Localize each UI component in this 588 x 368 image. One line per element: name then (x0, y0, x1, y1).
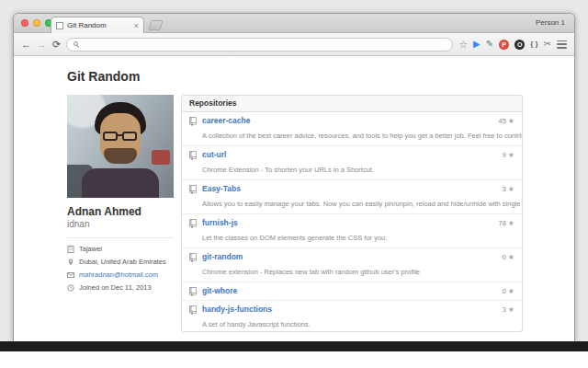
star-icon: ★ (508, 186, 514, 193)
browser-tab-bar: Git Random × Person 1 (14, 14, 574, 33)
repo-info: git-random Chrome extension - Replaces n… (202, 252, 497, 278)
profile-photo (67, 95, 174, 198)
search-icon (74, 41, 80, 48)
address-bar[interactable] (66, 38, 453, 52)
repo-row: career-cache A collection of the best ca… (182, 112, 522, 146)
repo-name-link[interactable]: Easy-Tabs (202, 184, 497, 193)
repo-row: Easy-Tabs Allows you to easily manage yo… (182, 180, 522, 214)
tab-title: Git Random (67, 21, 130, 29)
profile-joined-date: Joined on Dec 11, 2013 (79, 283, 152, 292)
profile-joined-row: Joined on Dec 11, 2013 (67, 283, 174, 292)
browser-toolbar: ← → ⟳ ☆ ▶ ✎ P O { } ✂ (14, 33, 574, 56)
repo-name-link[interactable]: git-whore (202, 286, 497, 295)
forward-button[interactable]: → (37, 40, 47, 50)
profile-username: idnan (67, 219, 174, 229)
star-icon: ★ (508, 118, 514, 125)
repo-icon (189, 287, 197, 296)
o-extension-icon[interactable]: O (514, 40, 525, 50)
pencil-extension-icon[interactable]: ✎ (486, 40, 493, 49)
repo-description: A collection of the best career advice, … (202, 132, 523, 140)
share-icon[interactable]: ▶ (473, 40, 481, 49)
repo-star-value: 0 (503, 287, 506, 295)
repo-name-link[interactable]: furnish-js (202, 218, 492, 227)
new-tab-button[interactable] (148, 20, 164, 30)
repo-star-value: 78 (498, 219, 505, 227)
window-close-button[interactable] (21, 19, 28, 27)
profile-organization: Tajawel (79, 245, 102, 253)
repo-icon (189, 117, 197, 126)
back-button[interactable]: ← (21, 40, 31, 50)
repo-name-link[interactable]: git-random (202, 252, 497, 261)
menu-icon[interactable] (557, 40, 567, 49)
repo-name-link[interactable]: career-cache (202, 116, 492, 125)
profile-card: Adnan Ahmed idnan Tajawel Dubai, United … (67, 95, 174, 292)
clock-icon (67, 284, 74, 292)
browser-window: Git Random × Person 1 ← → ⟳ ☆ ▶ ✎ P O { … (13, 13, 575, 341)
repo-row: git-whore 0 ★ (182, 282, 522, 301)
repo-star-count: 45 ★ (498, 117, 514, 125)
toolbar-extension-icons: ☆ ▶ ✎ P O { } ✂ (458, 40, 567, 50)
repo-row: git-random Chrome extension - Replaces n… (182, 248, 522, 282)
window-controls (21, 19, 52, 27)
repo-info: career-cache A collection of the best ca… (202, 116, 492, 142)
repo-description: A set of handy Javascript functions. (202, 320, 311, 328)
profile-details: Tajawel Dubai, United Arab Emirates mahr… (67, 237, 174, 292)
star-icon: ★ (508, 306, 514, 314)
repo-star-count: 0 ★ (503, 253, 514, 261)
repo-star-count: 9 ★ (503, 151, 514, 159)
browser-tab[interactable]: Git Random × (51, 17, 144, 33)
p-extension-icon[interactable]: P (499, 40, 509, 50)
profile-email-link[interactable]: mahradnan@hotmail.com (79, 270, 158, 279)
repo-name-link[interactable]: cut-url (202, 150, 497, 159)
page-content: Git Random Adnan Ahmed idnan Tajawel (14, 56, 574, 341)
mail-icon (67, 271, 74, 279)
profile-location: Dubai, United Arab Emirates (79, 258, 166, 266)
repo-row: furnish-js Let the classes on DOM elemen… (182, 214, 522, 248)
star-icon: ★ (508, 152, 514, 159)
tab-favicon-icon (56, 22, 63, 29)
scissors-extension-icon[interactable]: ✂ (544, 40, 551, 49)
repo-description: Chrome extension - Replaces new tab with… (202, 268, 420, 276)
braces-extension-icon[interactable]: { } (530, 40, 537, 48)
bookmark-star-icon[interactable]: ☆ (458, 40, 468, 50)
repositories-panel: Repositories career-cache A collection o… (181, 95, 523, 332)
repo-star-value: 45 (498, 117, 505, 125)
reload-button[interactable]: ⟳ (52, 40, 61, 50)
repo-name-link[interactable]: handy-js-functions (202, 305, 497, 314)
repo-icon (189, 185, 197, 194)
star-icon: ★ (508, 220, 514, 227)
repo-info: handy-js-functions A set of handy Javasc… (202, 305, 497, 330)
repo-star-count: 0 ★ (503, 287, 514, 295)
repo-icon (189, 219, 197, 228)
repo-star-value: 3 (503, 185, 506, 193)
window-minimize-button[interactable] (33, 19, 40, 27)
repo-list: career-cache A collection of the best ca… (182, 112, 522, 332)
repositories-header: Repositories (182, 96, 522, 112)
browser-profile-label[interactable]: Person 1 (536, 18, 565, 27)
profile-location-row: Dubai, United Arab Emirates (67, 258, 174, 266)
star-icon: ★ (508, 254, 514, 261)
repo-description: Chrome Extension - To shorten your URLs … (202, 166, 374, 174)
repo-info: furnish-js Let the classes on DOM elemen… (202, 218, 492, 244)
repo-description: Allows you to easily manage your tabs. N… (202, 200, 523, 208)
repo-icon (189, 253, 197, 262)
bottom-bar (0, 341, 588, 351)
profile-email-row: mahradnan@hotmail.com (67, 270, 174, 279)
repo-row: handy-js-functions A set of handy Javasc… (182, 301, 522, 332)
repo-star-count: 3 ★ (503, 305, 514, 314)
repo-icon (189, 151, 197, 160)
location-icon (67, 259, 74, 266)
page-title: Git Random (67, 69, 140, 84)
repo-star-value: 0 (503, 253, 506, 261)
profile-organization-row: Tajawel (67, 245, 174, 253)
repo-star-count: 78 ★ (498, 219, 514, 227)
repo-row: cut-url Chrome Extension - To shorten yo… (182, 146, 522, 180)
tab-close-icon[interactable]: × (134, 22, 139, 29)
repo-info: Easy-Tabs Allows you to easily manage yo… (202, 184, 497, 210)
repo-icon (189, 305, 197, 315)
repo-star-value: 3 (503, 305, 506, 314)
repo-info: cut-url Chrome Extension - To shorten yo… (202, 150, 497, 176)
organization-icon (67, 246, 74, 253)
repo-info: git-whore (202, 286, 497, 295)
repo-star-count: 3 ★ (503, 185, 514, 193)
